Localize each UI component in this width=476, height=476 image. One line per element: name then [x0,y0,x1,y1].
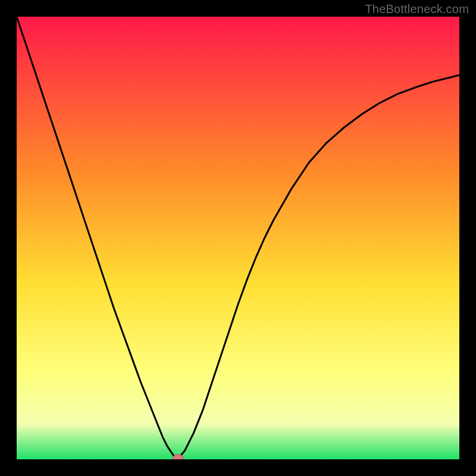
bottleneck-chart [17,17,459,459]
gradient-background [17,17,459,459]
optimal-point-marker [173,455,184,459]
chart-frame: TheBottleneck.com [0,0,476,476]
plot-area [17,17,459,459]
watermark-text: TheBottleneck.com [365,2,469,16]
